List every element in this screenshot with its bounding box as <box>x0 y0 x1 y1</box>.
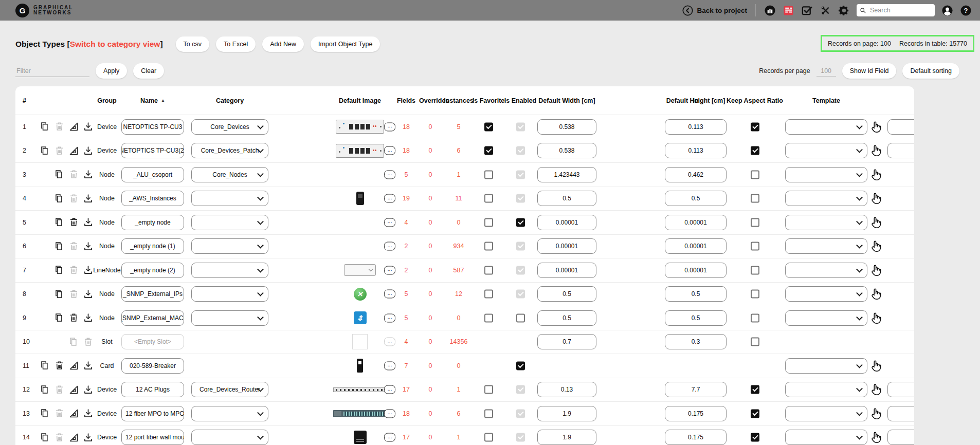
delete-icon[interactable] <box>68 289 79 300</box>
category-select[interactable] <box>191 430 268 445</box>
instances-count-link[interactable]: 11 <box>442 195 475 202</box>
measure-icon[interactable] <box>68 408 79 419</box>
far-right-input[interactable] <box>887 119 914 135</box>
is-enabled-checkbox[interactable] <box>516 194 525 203</box>
instances-count-link[interactable]: 14356 <box>442 338 475 345</box>
analytics-icon[interactable] <box>764 5 776 16</box>
fields-count-link[interactable]: 18 <box>396 123 416 131</box>
overrides-count-link[interactable]: 0 <box>419 147 442 154</box>
category-select[interactable] <box>191 191 268 206</box>
delete-icon[interactable] <box>54 432 65 443</box>
add-new-button[interactable]: Add New <box>262 36 304 52</box>
image-picker-button[interactable]: ... <box>384 338 395 346</box>
fields-count-link[interactable]: 17 <box>396 434 416 441</box>
hand-pointer-icon[interactable] <box>869 264 882 277</box>
is-enabled-checkbox[interactable] <box>516 433 525 442</box>
category-select[interactable] <box>191 310 268 326</box>
fields-count-link[interactable]: 2 <box>396 243 416 250</box>
far-right-input[interactable] <box>887 382 914 397</box>
copy-icon[interactable] <box>40 384 50 395</box>
image-picker-button[interactable]: ... <box>384 313 395 322</box>
default-height-input[interactable]: 0.00001 <box>665 238 727 254</box>
far-right-input[interactable] <box>887 430 914 445</box>
delete-icon[interactable] <box>54 384 65 395</box>
image-picker-button[interactable]: ... <box>384 385 395 394</box>
tools-icon[interactable] <box>820 5 831 16</box>
hand-pointer-icon[interactable] <box>869 431 882 444</box>
far-right-input[interactable] <box>887 143 914 158</box>
keep-aspect-ratio-checkbox[interactable] <box>751 433 759 442</box>
instances-count-link[interactable]: 1 <box>442 171 475 178</box>
is-enabled-checkbox[interactable] <box>516 409 525 418</box>
default-width-input[interactable]: 0.5 <box>537 310 596 326</box>
category-select[interactable] <box>191 406 268 421</box>
records-per-page-input[interactable] <box>816 66 836 77</box>
overrides-count-link[interactable]: 0 <box>419 410 442 417</box>
keep-aspect-ratio-checkbox[interactable] <box>751 266 759 274</box>
is-enabled-checkbox[interactable] <box>516 170 525 179</box>
template-select[interactable] <box>785 167 867 182</box>
template-select[interactable] <box>785 310 867 326</box>
template-select[interactable] <box>785 191 867 206</box>
name-input[interactable]: 12 fiber MPO to MPO-24 fi <box>121 406 184 421</box>
fields-count-link[interactable]: 17 <box>396 386 416 393</box>
overrides-count-link[interactable]: 0 <box>419 243 442 250</box>
is-favorite-checkbox[interactable] <box>484 290 493 299</box>
hand-pointer-icon[interactable] <box>869 311 882 325</box>
instances-count-link[interactable]: 6 <box>442 410 475 417</box>
image-picker-button[interactable]: ... <box>384 361 395 370</box>
hand-pointer-icon[interactable] <box>869 144 882 157</box>
hand-pointer-icon[interactable] <box>869 216 882 229</box>
list-view-icon[interactable] <box>783 5 794 16</box>
instances-count-link[interactable]: 5 <box>442 123 475 131</box>
template-select[interactable] <box>785 358 867 374</box>
image-picker-button[interactable]: ... <box>384 194 395 203</box>
template-select[interactable] <box>785 119 867 135</box>
is-favorite-checkbox[interactable] <box>484 242 493 251</box>
default-width-input[interactable]: 1.9 <box>537 430 596 445</box>
default-width-input[interactable]: 0.00001 <box>537 215 596 230</box>
apply-button[interactable]: Apply <box>96 63 127 79</box>
is-favorite-checkbox[interactable] <box>484 266 493 274</box>
image-picker-button[interactable]: ... <box>384 409 395 418</box>
fields-count-link[interactable]: 4 <box>396 338 416 345</box>
keep-aspect-ratio-checkbox[interactable] <box>751 242 759 251</box>
name-input[interactable]: 12 AC Plugs <box>121 382 184 397</box>
name-input[interactable]: _ALU_csoport <box>121 167 184 182</box>
category-select[interactable]: Core_Nodes <box>191 167 268 182</box>
back-to-project-button[interactable]: Back to project <box>682 5 747 16</box>
overrides-count-link[interactable]: 0 <box>419 290 442 298</box>
overrides-count-link[interactable]: 0 <box>419 434 442 441</box>
account-icon[interactable] <box>941 5 953 16</box>
help-icon[interactable]: ? <box>960 5 972 16</box>
copy-icon[interactable] <box>40 408 50 419</box>
measure-icon[interactable] <box>68 145 79 156</box>
default-height-input[interactable]: 0.113 <box>665 143 727 158</box>
is-favorite-checkbox[interactable] <box>484 146 493 155</box>
is-enabled-checkbox[interactable] <box>516 266 525 274</box>
copy-icon[interactable] <box>54 217 65 228</box>
default-height-input[interactable]: 0.113 <box>665 119 727 135</box>
keep-aspect-ratio-checkbox[interactable] <box>751 290 759 299</box>
hand-pointer-icon[interactable] <box>869 383 882 396</box>
copy-icon[interactable] <box>54 193 65 204</box>
default-height-input[interactable]: 0.5 <box>665 191 727 206</box>
settings-icon[interactable] <box>838 5 850 16</box>
instances-count-link[interactable]: 934 <box>442 243 475 250</box>
hand-pointer-icon[interactable] <box>869 287 882 301</box>
image-picker-button[interactable]: ... <box>384 218 395 227</box>
default-height-input[interactable]: 0.5 <box>665 286 727 302</box>
delete-icon[interactable] <box>68 169 79 180</box>
overrides-count-link[interactable]: 0 <box>419 123 442 131</box>
is-enabled-checkbox[interactable] <box>516 242 525 251</box>
col-name[interactable]: Name▲ <box>121 97 184 104</box>
hand-pointer-icon[interactable] <box>869 239 882 253</box>
measure-icon[interactable] <box>68 360 79 371</box>
default-height-input[interactable]: 0.175 <box>665 406 727 421</box>
default-width-input[interactable]: 0.538 <box>537 143 596 158</box>
template-select[interactable] <box>785 286 867 302</box>
is-favorite-checkbox[interactable] <box>484 170 493 179</box>
is-enabled-checkbox[interactable] <box>516 290 525 299</box>
default-height-input[interactable]: 7.7 <box>665 382 727 397</box>
hand-pointer-icon[interactable] <box>869 359 882 373</box>
